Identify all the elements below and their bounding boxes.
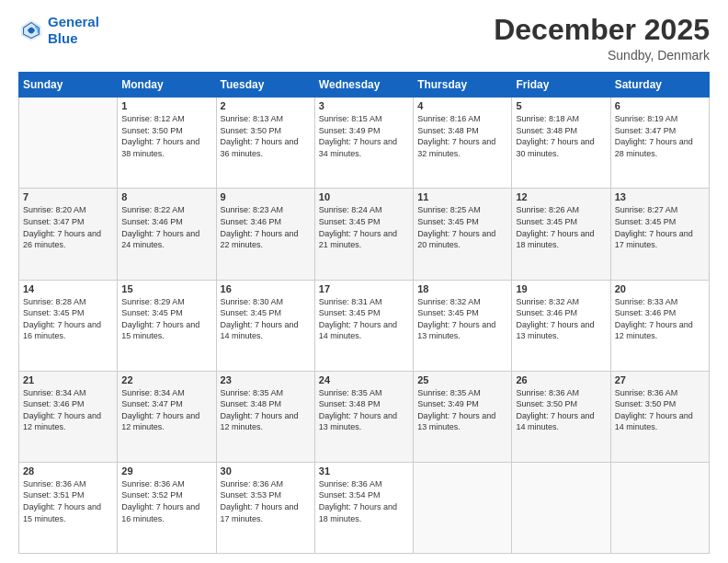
cell-info: Sunrise: 8:23 AMSunset: 3:46 PMDaylight:… [221,204,311,250]
calendar-cell: 13Sunrise: 8:27 AMSunset: 3:45 PMDayligh… [610,189,709,280]
cell-sunset: Sunset: 3:50 PM [121,126,183,135]
cell-sunrise: Sunrise: 8:16 AM [417,114,481,123]
cell-daylight-minutes: 36 minutes. [221,149,264,158]
cell-date: 30 [221,465,311,477]
calendar-cell [19,98,118,189]
cell-daylight-minutes: 14 minutes. [221,331,264,340]
cell-date: 17 [319,283,409,294]
cell-daylight: Daylight: 7 hours and [221,229,299,238]
cell-date: 2 [221,100,311,111]
cell-sunrise: Sunrise: 8:13 AM [221,114,284,123]
cell-date: 11 [417,191,507,202]
cell-sunset: Sunset: 3:49 PM [319,126,381,135]
cell-sunset: Sunset: 3:48 PM [319,399,381,408]
calendar-cell: 1Sunrise: 8:12 AMSunset: 3:50 PMDaylight… [118,98,216,189]
cell-date: 22 [121,374,211,385]
cell-sunset: Sunset: 3:45 PM [23,308,85,317]
cell-date: 1 [121,100,211,111]
calendar-cell: 26Sunrise: 8:36 AMSunset: 3:50 PMDayligh… [512,371,610,462]
cell-info: Sunrise: 8:20 AMSunset: 3:47 PMDaylight:… [23,204,113,250]
cell-info: Sunrise: 8:16 AMSunset: 3:48 PMDaylight:… [417,113,507,159]
cell-date: 10 [319,191,409,202]
calendar-cell: 5Sunrise: 8:18 AMSunset: 3:48 PMDaylight… [512,98,610,189]
cell-sunset: Sunset: 3:45 PM [221,308,282,317]
page-title: December 2025 [494,14,710,46]
cell-daylight-minutes: 28 minutes. [615,149,658,158]
cell-info: Sunrise: 8:33 AMSunset: 3:46 PMDaylight:… [615,296,705,342]
calendar-header-wednesday: Wednesday [314,73,413,98]
cell-info: Sunrise: 8:36 AMSunset: 3:51 PMDaylight:… [23,478,113,524]
cell-date: 18 [417,283,507,294]
cell-sunrise: Sunrise: 8:24 AM [319,205,382,214]
cell-date: 5 [516,100,606,111]
cell-daylight-minutes: 13 minutes. [516,331,559,340]
cell-daylight: Daylight: 7 hours and [221,502,299,511]
calendar-cell: 7Sunrise: 8:20 AMSunset: 3:47 PMDaylight… [19,189,118,280]
cell-sunset: Sunset: 3:45 PM [121,308,183,317]
calendar-cell: 14Sunrise: 8:28 AMSunset: 3:45 PMDayligh… [19,280,118,371]
cell-date: 7 [23,191,113,202]
logo-blue: Blue [48,30,99,47]
cell-info: Sunrise: 8:31 AMSunset: 3:45 PMDaylight:… [319,296,409,342]
cell-sunrise: Sunrise: 8:36 AM [121,479,185,488]
calendar-header-saturday: Saturday [610,73,709,98]
cell-daylight: Daylight: 7 hours and [516,411,594,420]
calendar-cell: 30Sunrise: 8:36 AMSunset: 3:53 PMDayligh… [216,462,314,553]
calendar-header-sunday: Sunday [19,73,118,98]
cell-daylight: Daylight: 7 hours and [417,320,495,329]
cell-info: Sunrise: 8:30 AMSunset: 3:45 PMDaylight:… [221,296,311,342]
cell-sunset: Sunset: 3:46 PM [516,308,577,317]
cell-sunset: Sunset: 3:45 PM [417,308,479,317]
cell-daylight-minutes: 24 minutes. [121,240,165,249]
calendar-cell: 23Sunrise: 8:35 AMSunset: 3:48 PMDayligh… [216,371,314,462]
cell-date: 19 [516,283,606,294]
cell-date: 24 [319,374,409,385]
cell-info: Sunrise: 8:29 AMSunset: 3:45 PMDaylight:… [121,296,211,342]
cell-daylight-minutes: 17 minutes. [615,240,658,249]
calendar-header-tuesday: Tuesday [216,73,314,98]
calendar-week-row: 28Sunrise: 8:36 AMSunset: 3:51 PMDayligh… [19,462,710,553]
cell-sunrise: Sunrise: 8:12 AM [121,114,185,123]
cell-info: Sunrise: 8:25 AMSunset: 3:45 PMDaylight:… [417,204,507,250]
cell-daylight: Daylight: 7 hours and [615,137,693,146]
cell-date: 16 [221,283,311,294]
calendar-week-row: 1Sunrise: 8:12 AMSunset: 3:50 PMDaylight… [19,98,710,189]
cell-sunrise: Sunrise: 8:28 AM [23,297,86,306]
calendar-table: SundayMondayTuesdayWednesdayThursdayFrid… [18,72,710,554]
cell-daylight: Daylight: 7 hours and [23,229,101,238]
cell-sunrise: Sunrise: 8:19 AM [615,114,678,123]
cell-info: Sunrise: 8:13 AMSunset: 3:50 PMDaylight:… [221,113,311,159]
cell-daylight-minutes: 12 minutes. [221,422,264,431]
cell-daylight-minutes: 18 minutes. [516,240,559,249]
title-section: December 2025 Sundby, Denmark [494,14,710,63]
logo-general: General [48,14,99,29]
cell-sunset: Sunset: 3:45 PM [319,217,381,226]
cell-daylight: Daylight: 7 hours and [319,502,397,511]
cell-daylight-minutes: 26 minutes. [23,240,66,249]
calendar-cell: 8Sunrise: 8:22 AMSunset: 3:46 PMDaylight… [118,189,216,280]
calendar-cell [512,462,610,553]
cell-date: 3 [319,100,409,111]
cell-info: Sunrise: 8:32 AMSunset: 3:45 PMDaylight:… [417,296,507,342]
cell-info: Sunrise: 8:28 AMSunset: 3:45 PMDaylight:… [23,296,113,342]
calendar-cell: 9Sunrise: 8:23 AMSunset: 3:46 PMDaylight… [216,189,314,280]
calendar-header-monday: Monday [118,73,216,98]
cell-sunrise: Sunrise: 8:32 AM [516,297,579,306]
cell-sunset: Sunset: 3:49 PM [417,399,479,408]
cell-sunset: Sunset: 3:47 PM [615,126,677,135]
cell-date: 23 [221,374,311,385]
calendar-header-thursday: Thursday [414,73,512,98]
cell-sunrise: Sunrise: 8:22 AM [121,205,185,214]
cell-daylight: Daylight: 7 hours and [615,411,693,420]
cell-sunrise: Sunrise: 8:35 AM [319,388,382,397]
calendar-cell: 28Sunrise: 8:36 AMSunset: 3:51 PMDayligh… [19,462,118,553]
calendar-cell: 4Sunrise: 8:16 AMSunset: 3:48 PMDaylight… [414,98,512,189]
cell-daylight-minutes: 32 minutes. [417,149,461,158]
calendar-cell: 3Sunrise: 8:15 AMSunset: 3:49 PMDaylight… [314,98,413,189]
cell-daylight-minutes: 15 minutes. [23,514,66,523]
cell-sunset: Sunset: 3:47 PM [23,217,85,226]
calendar-cell: 27Sunrise: 8:36 AMSunset: 3:50 PMDayligh… [610,371,709,462]
header: General Blue December 2025 Sundby, Denma… [18,14,710,63]
calendar-cell [610,462,709,553]
cell-info: Sunrise: 8:24 AMSunset: 3:45 PMDaylight:… [319,204,409,250]
